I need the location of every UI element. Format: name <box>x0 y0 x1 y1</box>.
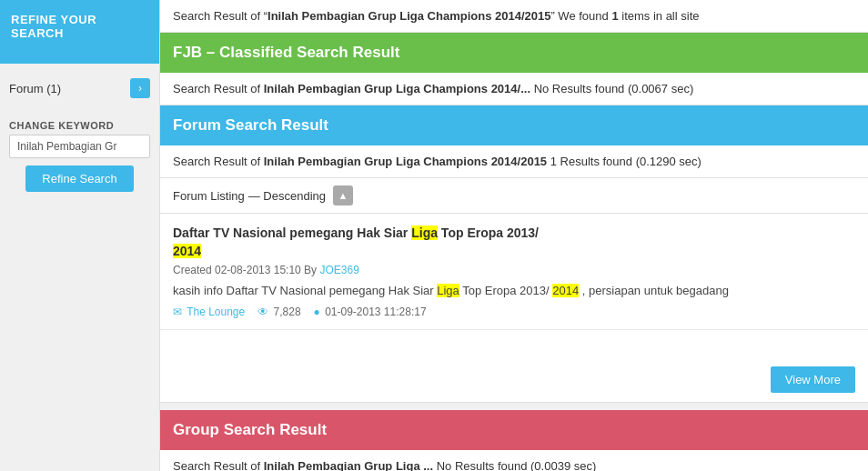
forum-section-body: Search Result of Inilah Pembagian Grup L… <box>160 145 868 178</box>
post-meta: Created 02-08-2013 15:10 By JOE369 <box>173 264 855 276</box>
post-title: Daftar TV Nasional pemegang Hak Siar Lig… <box>173 225 855 260</box>
forum-section-header: Forum Search Result <box>160 105 868 145</box>
post-tags: ✉ The Lounge 👁 7,828 ● 01-09-2013 11:28:… <box>173 306 855 318</box>
post-date: 01-09-2013 11:28:17 <box>325 306 426 318</box>
post-author-link[interactable]: JOE369 <box>319 264 358 276</box>
refine-search-button[interactable]: Refine Search <box>25 165 133 192</box>
search-result-summary: Search Result of “Inilah Pembagian Grup … <box>160 0 868 33</box>
fjb-section-header: FJB – Classified Search Result <box>160 33 868 73</box>
section-divider <box>160 403 868 410</box>
search-keyword-bold: Inilah Pembagian Grup Liga Champions 201… <box>267 9 550 23</box>
sort-order-button[interactable]: ▲ <box>333 185 353 205</box>
spacer <box>160 330 868 357</box>
post-excerpt: kasih info Daftar TV Nasional pemegang H… <box>173 282 855 300</box>
tag-icon: ✉ <box>173 306 182 318</box>
forum-arrow-button[interactable]: › <box>130 78 150 98</box>
refine-triangle <box>69 53 91 64</box>
post-views: 7,828 <box>274 306 301 318</box>
keyword-input[interactable] <box>9 135 150 158</box>
forum-label: Forum (1) <box>9 82 61 95</box>
change-keyword-label: CHANGE KEYWORD <box>0 113 159 135</box>
clock-icon: ● <box>314 306 320 318</box>
forum-listing-sort: — Descending <box>248 189 326 203</box>
group-section-body: Search Result of Inilah Pembagian Grup L… <box>160 450 868 471</box>
view-more-row: View More <box>160 357 868 403</box>
fjb-section-body: Search Result of Inilah Pembagian Grup L… <box>160 73 868 105</box>
forum-listing-label: Forum Listing <box>173 189 245 203</box>
views-icon: 👁 <box>257 306 268 318</box>
view-more-button[interactable]: View More <box>771 366 855 393</box>
post-item: Daftar TV Nasional pemegang Hak Siar Lig… <box>160 214 868 330</box>
group-section-header: Group Search Result <box>160 410 868 450</box>
result-count: 1 <box>611 9 618 23</box>
forum-listing-bar: Forum Listing — Descending ▲ <box>160 178 868 214</box>
refine-header: REFINE YOUR SEARCH <box>0 0 159 53</box>
tag-link[interactable]: The Lounge <box>187 306 245 318</box>
